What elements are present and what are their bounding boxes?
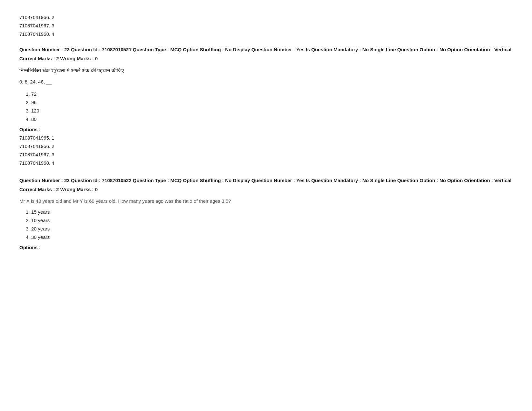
top-option-2-id: 71087041967. (19, 23, 50, 28)
top-option-1-num: 2 (52, 15, 54, 20)
top-option-2: 71087041967. 3 (19, 22, 513, 30)
question-22-header: Question Number : 22 Question Id : 71087… (19, 46, 513, 54)
q23-answer-3: 3. 20 years (26, 225, 513, 233)
q23-a3-val: 20 years (31, 226, 50, 231)
question-22-section: Question Number : 22 Question Id : 71087… (19, 46, 513, 167)
q23-a4-num: 4. (26, 234, 31, 240)
top-option-1-id: 71087041966. (19, 15, 50, 20)
q22-a1-num: 1. (26, 91, 31, 97)
q23-options-label: Options : (19, 244, 513, 251)
top-option-2-num: 3 (52, 23, 54, 28)
q23-a2-val: 10 years (31, 218, 50, 223)
top-option-3: 71087041968. 4 (19, 30, 513, 38)
question-23-section: Question Number : 23 Question Id : 71087… (19, 177, 513, 251)
q22-answer-2: 2. 96 (26, 99, 513, 106)
q22-a3-val: 120 (31, 108, 39, 113)
top-options-section: 71087041966. 2 71087041967. 3 7108704196… (19, 14, 513, 38)
top-option-1: 71087041966. 2 (19, 14, 513, 21)
top-option-3-num: 4 (52, 31, 54, 37)
q22-a3-num: 3. (26, 108, 31, 113)
question-22-hindi: निम्नलिखित अंक श्रृंखला में अगले अंक की … (19, 66, 513, 75)
q22-a4-val: 80 (31, 116, 37, 122)
question-23-header: Question Number : 23 Question Id : 71087… (19, 177, 513, 184)
q23-a2-num: 2. (26, 218, 31, 223)
q23-answer-4: 4. 30 years (26, 233, 513, 241)
q22-a2-num: 2. (26, 100, 31, 105)
q22-options-label: Options : (19, 126, 513, 133)
q23-answer-1: 1. 15 years (26, 208, 513, 216)
q23-a3-num: 3. (26, 226, 31, 231)
q22-a2-val: 96 (31, 100, 37, 105)
q23-a1-num: 1. (26, 209, 31, 215)
q22-opt-3: 71087041967. 3 (19, 151, 513, 159)
q23-answer-2: 2. 10 years (26, 217, 513, 224)
q22-opt-1: 71087041965. 1 (19, 134, 513, 142)
question-22-marks: Correct Marks : 2 Wrong Marks : 0 (19, 55, 513, 63)
q22-opt-4: 71087041968. 4 (19, 159, 513, 167)
q22-a4-num: 4. (26, 116, 31, 122)
question-22-series: 0, 8, 24, 48, __ (19, 78, 513, 86)
question-23-marks: Correct Marks : 2 Wrong Marks : 0 (19, 186, 513, 193)
q22-answer-1: 1. 72 (26, 90, 513, 98)
q23-a1-val: 15 years (31, 209, 50, 215)
q22-answer-3: 3. 120 (26, 107, 513, 115)
question-23-text: Mr X is 40 years old and Mr Y is 60 year… (19, 197, 513, 205)
q22-answer-4: 4. 80 (26, 115, 513, 123)
q22-opt-2: 71087041966. 2 (19, 142, 513, 150)
q23-a4-val: 30 years (31, 234, 50, 240)
top-option-3-id: 71087041968. (19, 31, 50, 37)
q22-a1-val: 72 (31, 91, 37, 97)
